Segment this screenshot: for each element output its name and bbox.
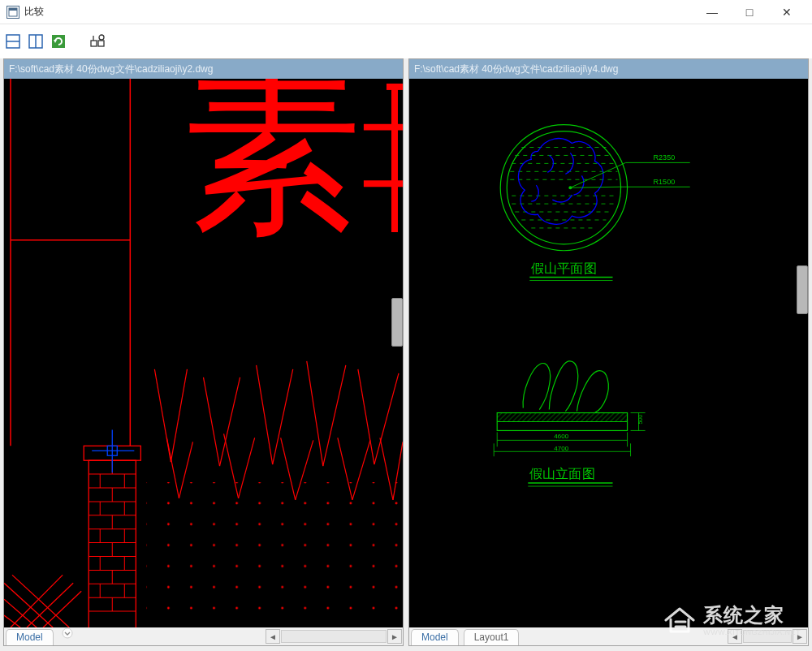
left-pane: F:\soft\cad素材 40份dwg文件\cadziliaoji\y2.dw…: [3, 58, 404, 646]
tab-label: Model: [421, 632, 448, 643]
plan-label: 假山平面图: [531, 261, 596, 275]
right-vertical-scrollbar[interactable]: [797, 265, 808, 314]
right-viewport[interactable]: R2350 R1500 假山平面图: [409, 79, 808, 627]
close-button[interactable]: ✕: [768, 0, 806, 24]
scroll-right-button[interactable]: ►: [387, 629, 402, 644]
refresh-button[interactable]: [50, 33, 67, 50]
scroll-left-button[interactable]: ◄: [266, 629, 280, 644]
workspace: F:\soft\cad素材 40份dwg文件\cadziliaoji\y2.dw…: [0, 58, 812, 651]
svg-rect-8: [91, 41, 97, 46]
dim-r1: R2350: [654, 153, 676, 162]
scroll-left-button[interactable]: ◄: [728, 629, 742, 644]
right-tab-model[interactable]: Model: [411, 629, 459, 645]
svg-rect-82: [409, 79, 808, 627]
elev-label: 假山立面图: [529, 467, 594, 481]
cad-big-char: 素: [183, 79, 362, 250]
right-pane: F:\soft\cad素材 40份dwg文件\cadziliaoji\y4.dw…: [408, 58, 809, 646]
svg-rect-9: [98, 41, 104, 46]
minimize-button[interactable]: —: [693, 0, 731, 24]
left-viewport[interactable]: 素: [4, 79, 403, 627]
right-horizontal-scrollbar[interactable]: [743, 630, 792, 643]
vertical-split-icon: [28, 34, 43, 49]
refresh-icon: [51, 34, 66, 49]
svg-rect-41: [146, 482, 403, 627]
left-tabs-bar: Model ◄ ►: [4, 627, 403, 645]
window-titlebar: 比较 — □ ✕: [0, 0, 812, 24]
left-vertical-scrollbar[interactable]: [391, 298, 403, 347]
dim-w2: 4700: [554, 445, 568, 452]
svg-rect-1: [9, 8, 17, 11]
svg-point-81: [63, 628, 72, 638]
dim-w1: 4600: [554, 433, 568, 440]
tab-dropdown-icon[interactable]: [62, 627, 73, 645]
right-tab-layout1[interactable]: Layout1: [464, 629, 520, 645]
config-icon: [89, 34, 106, 49]
vertical-split-button[interactable]: [28, 33, 44, 50]
dim-r2: R1500: [654, 178, 676, 186]
svg-point-10: [99, 35, 104, 40]
horizontal-split-icon: [6, 34, 20, 49]
left-horizontal-scrollbar[interactable]: [281, 630, 387, 643]
toolbar: [0, 24, 812, 58]
tab-label: Model: [16, 632, 43, 643]
svg-rect-6: [52, 35, 65, 48]
svg-rect-95: [497, 413, 627, 422]
tab-label: Layout1: [474, 632, 509, 643]
scroll-right-button[interactable]: ►: [793, 629, 807, 644]
left-pane-path: F:\soft\cad素材 40份dwg文件\cadziliaoji\y2.dw…: [4, 59, 403, 79]
horizontal-split-button[interactable]: [5, 33, 21, 50]
window-title: 比较: [24, 5, 44, 19]
left-tab-model[interactable]: Model: [6, 629, 54, 645]
config-button[interactable]: [89, 33, 106, 50]
right-tabs-bar: Model Layout1 ◄ ►: [409, 627, 808, 645]
dim-h: 500: [637, 415, 643, 425]
app-icon: [6, 6, 19, 19]
right-pane-path: F:\soft\cad素材 40份dwg文件\cadziliaoji\y4.dw…: [409, 59, 808, 79]
maximize-button[interactable]: □: [731, 0, 768, 24]
